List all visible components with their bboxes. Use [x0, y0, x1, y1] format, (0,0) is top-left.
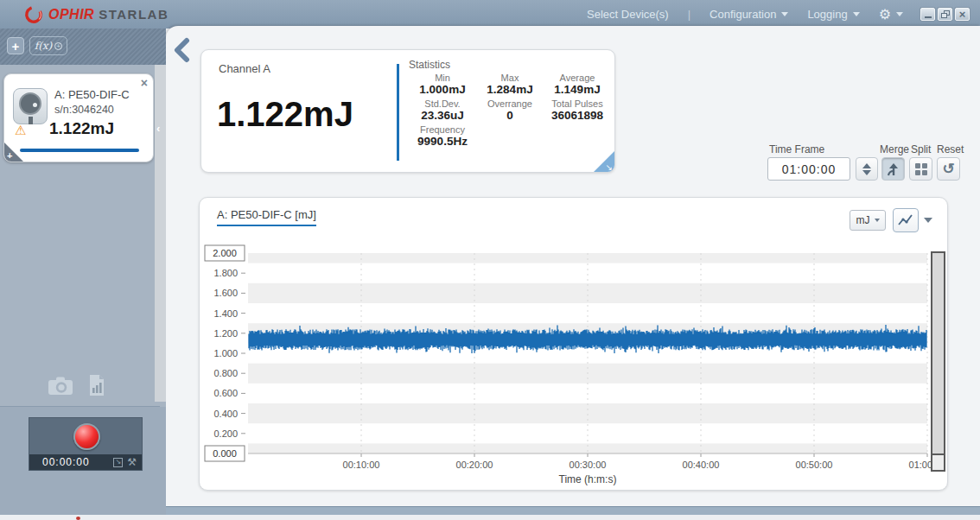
title-bar: OPHIR STARLAB Select Device(s) | Configu… — [0, 0, 980, 29]
chevron-down-icon — [896, 12, 903, 16]
svg-text:1.200: 1.200 — [213, 328, 238, 339]
svg-text:Time (h:m:s): Time (h:m:s) — [559, 473, 617, 485]
svg-text:0.200: 0.200 — [213, 428, 238, 439]
app-logo: OPHIR STARLAB — [22, 4, 169, 25]
stat-stddev: Std.Dev. 23.36uJ — [409, 98, 476, 122]
stat-min: Min 1.000mJ — [409, 73, 476, 96]
statistics-grid: Min 1.000mJ Max 1.284mJ Average 1.149mJ … — [409, 73, 609, 148]
timeframe-input[interactable] — [767, 157, 850, 181]
export-log-icon[interactable]: ↘ — [113, 458, 123, 467]
channel-a-card: Channel A 1.122mJ Statistics Min 1.000mJ… — [200, 49, 615, 173]
split-button[interactable] — [909, 157, 932, 181]
chart-series-title[interactable]: A: PE50-DIF-C [mJ] — [217, 208, 316, 226]
brand-ophir: OPHIR — [48, 7, 94, 22]
split-icon — [915, 163, 927, 175]
scrollbar-tail[interactable] — [932, 453, 944, 470]
reset-button[interactable]: ↺ — [937, 157, 960, 181]
chevron-down-icon — [875, 219, 880, 222]
background-window-edge — [0, 515, 980, 520]
chart-vertical-scrollbar[interactable] — [931, 251, 945, 472]
svg-text:0.000: 0.000 — [213, 448, 237, 459]
chart-type-dropdown[interactable] — [924, 218, 932, 223]
spin-down-icon — [862, 170, 871, 175]
timeframe-spinner[interactable] — [856, 157, 878, 181]
record-timer: 00:00:00 — [42, 456, 90, 468]
log-settings-icon[interactable]: ⚒ — [127, 457, 137, 467]
merge-button[interactable] — [881, 157, 905, 181]
spin-up-icon — [862, 163, 871, 168]
svg-text:00:50:00: 00:50:00 — [796, 460, 833, 470]
sensor-icon — [13, 88, 48, 124]
restore-icon — [941, 10, 950, 18]
stat-average: Average 1.149mJ — [544, 73, 611, 96]
svg-text:00:20:00: 00:20:00 — [456, 460, 493, 470]
minimize-icon — [925, 16, 932, 18]
trend-chart-card: A: PE50-DIF-C [mJ] mJ 00:10:0000:20:0000… — [199, 197, 948, 491]
background-logo-fragment — [76, 517, 80, 520]
add-channel-button[interactable]: + — [7, 37, 24, 54]
devices-sidebar: + f(x) + × A: PE50-DIF-C s/n:3046240 ⚠ 1… — [0, 29, 166, 515]
sidebar-scroll-strip[interactable]: ‹ — [155, 65, 166, 402]
menu-separator: | — [688, 8, 690, 21]
device-level-bar — [20, 149, 139, 152]
minimize-button[interactable] — [920, 8, 935, 21]
svg-text:01:00:00: 01:00:00 — [909, 460, 933, 470]
channel-label: Channel A — [219, 62, 270, 75]
unit-select[interactable]: mJ — [850, 210, 886, 231]
fx-icon: f(x) — [35, 40, 53, 52]
gear-icon: ⚙ — [879, 6, 891, 22]
menu-configuration[interactable]: Configuration — [710, 8, 788, 21]
device-serial: s/n:3046240 — [54, 104, 151, 116]
close-window-button[interactable]: × — [955, 8, 970, 21]
timeframe-label: Time Frame — [769, 143, 824, 155]
svg-text:1.600: 1.600 — [213, 288, 238, 298]
main-content-panel: Channel A 1.122mJ Statistics Min 1.000mJ… — [166, 26, 980, 506]
ophir-swoosh-icon — [22, 4, 45, 25]
svg-text:00:30:00: 00:30:00 — [570, 460, 607, 470]
line-chart-icon — [897, 212, 914, 228]
svg-text:0.400: 0.400 — [213, 409, 238, 419]
trend-plot-area[interactable]: 00:10:0000:20:0000:30:0000:40:0000:50:00… — [203, 232, 933, 491]
resize-arrow-icon: ↘ — [606, 162, 613, 172]
svg-text:1.000: 1.000 — [213, 348, 238, 358]
close-icon: × — [959, 9, 966, 20]
sidebar-toolbar: + f(x) + — [0, 29, 166, 65]
statistics-title: Statistics — [409, 59, 609, 71]
svg-text:1.800: 1.800 — [213, 268, 238, 278]
restore-button[interactable] — [938, 8, 952, 21]
report-chart-icon[interactable] — [88, 374, 105, 396]
merge-icon — [886, 162, 901, 177]
svg-text:00:40:00: 00:40:00 — [683, 460, 720, 470]
chevron-down-icon — [853, 12, 860, 16]
brand-starlab: STARLAB — [99, 7, 169, 22]
collapse-sidebar-button[interactable] — [170, 37, 193, 63]
plus-circle-icon: + — [54, 42, 62, 50]
svg-text:2.000: 2.000 — [213, 248, 237, 258]
warning-icon: ⚠ — [15, 123, 26, 138]
chart-type-button[interactable] — [893, 208, 919, 232]
device-card-channel-a[interactable]: × A: PE50-DIF-C s/n:3046240 ⚠ 1.122mJ + — [3, 73, 154, 162]
stats-divider — [397, 64, 399, 161]
svg-text:00:10:00: 00:10:00 — [343, 460, 380, 470]
reset-icon: ↺ — [942, 162, 954, 176]
stat-max: Max 1.284mJ — [476, 73, 544, 96]
merge-label: Merge — [880, 143, 909, 155]
stat-overrange: Overrange 0 — [476, 98, 544, 122]
split-label: Split — [911, 143, 931, 155]
stat-total-pulses: Total Pulses 36061898 — [544, 98, 611, 122]
menu-logging[interactable]: Logging — [807, 8, 859, 21]
svg-text:1.400: 1.400 — [213, 308, 238, 319]
snapshot-camera-icon[interactable] — [48, 376, 73, 396]
chevron-left-icon: ‹ — [156, 122, 160, 135]
add-function-button[interactable]: f(x) + — [29, 36, 67, 55]
recorder-panel: 00:00:00 ↘ ⚒ — [29, 417, 143, 471]
reset-label: Reset — [937, 143, 964, 155]
svg-text:0.600: 0.600 — [213, 388, 238, 398]
svg-text:0.800: 0.800 — [213, 368, 238, 378]
menu-select-devices[interactable]: Select Device(s) — [587, 8, 669, 21]
settings-menu[interactable]: ⚙ — [879, 6, 903, 22]
stat-frequency: Frequency 9990.5Hz — [409, 124, 476, 148]
device-reading: 1.122mJ — [49, 119, 114, 138]
plus-icon: + — [7, 150, 12, 161]
record-button[interactable] — [73, 423, 100, 450]
